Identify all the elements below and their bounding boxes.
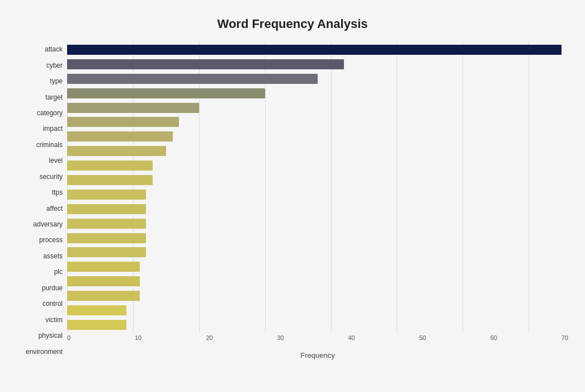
- bar-row-victim: [67, 290, 568, 301]
- bar-row-affect: [67, 189, 568, 200]
- y-label-victim: victim: [45, 317, 63, 323]
- bar-security: [67, 160, 153, 171]
- bar-criminals: [67, 131, 173, 141]
- chart-container: Word Frequency Analysis attackcybertypet…: [6, 6, 579, 392]
- chart-title: Word Frequency Analysis: [17, 17, 568, 31]
- x-tick-20: 20: [206, 334, 213, 341]
- y-label-target: target: [45, 94, 63, 101]
- bar-row-impact: [67, 116, 568, 127]
- bar-row-environment: [67, 319, 568, 330]
- y-label-purdue: purdue: [42, 285, 63, 291]
- chart-plot: [67, 41, 568, 333]
- bar-row-target: [67, 88, 568, 99]
- bar-row-assets: [67, 233, 568, 244]
- bar-physical: [67, 305, 126, 315]
- bar-row-physical: [67, 305, 568, 316]
- bar-cyber: [67, 59, 344, 69]
- bar-row-process: [67, 218, 568, 229]
- bar-row-plc: [67, 247, 568, 258]
- x-tick-60: 60: [490, 334, 497, 341]
- bar-category: [67, 103, 199, 113]
- bar-adversary: [67, 204, 146, 214]
- bar-environment: [67, 320, 126, 330]
- bar-impact: [67, 117, 179, 127]
- bar-victim: [67, 291, 140, 301]
- bar-row-category: [67, 102, 568, 114]
- x-tick-40: 40: [348, 334, 355, 341]
- y-label-type: type: [50, 78, 63, 84]
- x-axis-label: Frequency: [67, 351, 568, 360]
- bar-ttps: [67, 175, 153, 185]
- x-tick-0: 0: [67, 334, 70, 341]
- x-tick-50: 50: [419, 334, 426, 341]
- bar-assets: [67, 233, 146, 243]
- y-label-plc: plc: [54, 268, 63, 275]
- bar-row-security: [67, 160, 568, 171]
- y-label-environment: environment: [26, 348, 63, 355]
- bar-row-type: [67, 73, 568, 84]
- bars-wrapper: [67, 41, 568, 333]
- y-label-control: control: [43, 300, 63, 307]
- x-axis: 010203040506070: [67, 334, 568, 348]
- y-label-impact: impact: [43, 125, 63, 132]
- bar-control: [67, 276, 140, 286]
- bar-target: [67, 88, 265, 98]
- y-label-physical: physical: [39, 332, 63, 339]
- y-label-process: process: [39, 237, 63, 243]
- y-label-criminals: criminals: [36, 141, 63, 148]
- bar-row-level: [67, 145, 568, 157]
- bar-row-criminals: [67, 131, 568, 142]
- y-label-adversary: adversary: [33, 221, 63, 228]
- bar-plc: [67, 247, 146, 257]
- bar-level: [67, 146, 166, 156]
- x-tick-10: 10: [135, 334, 141, 341]
- bar-row-purdue: [67, 261, 568, 272]
- y-label-affect: affect: [46, 205, 63, 212]
- bar-row-control: [67, 276, 568, 287]
- bar-row-ttps: [67, 174, 568, 186]
- y-label-category: category: [37, 110, 63, 116]
- bar-purdue: [67, 262, 140, 272]
- y-label-attack: attack: [45, 46, 63, 53]
- bar-row-cyber: [67, 59, 568, 70]
- bar-type: [67, 74, 318, 84]
- y-label-security: security: [40, 173, 63, 180]
- bar-attack: [67, 45, 562, 55]
- bar-row-attack: [67, 44, 568, 55]
- y-label-level: level: [49, 157, 63, 164]
- x-tick-30: 30: [277, 334, 284, 341]
- bar-affect: [67, 190, 146, 200]
- y-label-cyber: cyber: [46, 62, 63, 69]
- x-ticks-row: 010203040506070: [67, 334, 568, 341]
- y-label-ttps: ttps: [52, 189, 63, 196]
- bar-row-adversary: [67, 204, 568, 215]
- y-axis-labels: attackcybertypetargetcategoryimpactcrimi…: [17, 41, 67, 360]
- y-label-assets: assets: [43, 253, 63, 259]
- x-tick-70: 70: [562, 334, 568, 341]
- bar-process: [67, 219, 146, 229]
